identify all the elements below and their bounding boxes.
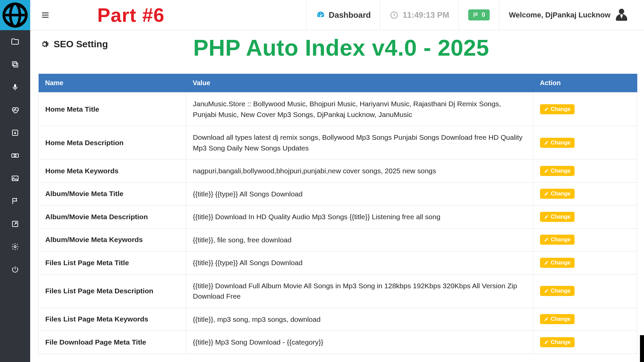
- page-title: SEO Setting: [54, 39, 108, 50]
- change-button[interactable]: Change: [540, 286, 575, 296]
- sidebar-item-money[interactable]: [0, 144, 30, 167]
- row-action: Change: [533, 160, 637, 183]
- seo-table: Name Value Action Home Meta TitleJanuMus…: [38, 74, 637, 354]
- overlay-title: PHP Auto Index v4.0 - 2025: [193, 35, 489, 61]
- gear-icon: [40, 40, 49, 49]
- sidebar: [0, 0, 30, 362]
- row-name: Files List Page Meta Title: [39, 251, 186, 275]
- pencil-icon: [544, 140, 549, 145]
- change-button[interactable]: Change: [540, 314, 575, 324]
- sidebar-logo[interactable]: [0, 0, 30, 30]
- svg-point-9: [14, 246, 16, 248]
- sidebar-item-mic[interactable]: [0, 76, 30, 99]
- time-section: 11:49:13 PM: [380, 0, 459, 30]
- row-action: Change: [533, 331, 637, 354]
- row-name: Album/Movie Meta Keywords: [39, 228, 186, 251]
- table-row: Files List Page Meta Description{{title}…: [39, 274, 637, 308]
- sidebar-item-image[interactable]: [0, 167, 30, 190]
- pencil-icon: [544, 215, 549, 219]
- row-name: Home Meta Keywords: [39, 160, 186, 183]
- table-row: Album/Movie Meta Description{{title}} Do…: [39, 205, 637, 229]
- pencil-icon: [544, 260, 549, 265]
- svg-rect-0: [14, 63, 18, 67]
- row-action: Change: [533, 308, 637, 331]
- row-name: Home Meta Title: [39, 93, 186, 126]
- topbar: Part #6 Dashboard 11:49:13 PM 0: [30, 0, 644, 30]
- row-value: {{title}} Download Full Album Movie All …: [186, 274, 533, 308]
- copy-icon: [11, 60, 19, 68]
- row-name: Files List Page Meta Description: [39, 274, 186, 308]
- row-value: {{title}}, file song, free download: [186, 228, 533, 251]
- row-action: Change: [533, 205, 637, 229]
- row-value: Download all types latest dj remix songs…: [186, 126, 533, 160]
- row-value: nagpuri,bangali,bollywood,bhojpuri,punja…: [186, 160, 533, 183]
- pencil-icon: [544, 289, 549, 293]
- change-button[interactable]: Change: [540, 337, 575, 347]
- row-action: Change: [533, 228, 637, 251]
- welcome-section: Welcome, DjPankaj Lucknow: [499, 0, 637, 30]
- sidebar-item-gear[interactable]: [0, 235, 30, 258]
- row-value: {{title}} {{type}} All Songs Download: [186, 251, 533, 275]
- sidebar-item-flag[interactable]: [0, 190, 30, 213]
- change-button[interactable]: Change: [540, 212, 575, 222]
- sidebar-item-external[interactable]: [0, 213, 30, 235]
- svg-point-5: [14, 155, 16, 157]
- clock-icon: [390, 11, 398, 19]
- content: SEO Setting PHP Auto Index v4.0 - 2025 N…: [30, 30, 644, 362]
- table-row: File Download Page Meta Title{{title}} M…: [39, 331, 637, 354]
- sidebar-item-heart[interactable]: [0, 99, 30, 121]
- flag-count: 0: [482, 11, 485, 18]
- table-row: Files List Page Meta Title{{title}} {{ty…: [39, 251, 637, 275]
- row-value: {{title}} {{type}} All Songs Download: [186, 182, 533, 205]
- sidebar-items: [0, 30, 30, 281]
- flag-badge-icon: [473, 12, 479, 18]
- dashboard-icon: [316, 10, 325, 20]
- gear-icon: [11, 243, 19, 251]
- flag-section: 0: [459, 0, 499, 30]
- change-button[interactable]: Change: [540, 235, 575, 245]
- sidebar-item-copy[interactable]: [0, 53, 30, 76]
- row-name: Home Meta Description: [39, 126, 186, 160]
- row-action: Change: [533, 274, 637, 308]
- table-row: Home Meta DescriptionDownload all types …: [39, 126, 637, 160]
- heart-icon: [11, 106, 19, 114]
- table-row: Home Meta TitleJanuMusic.Store :: Bollyw…: [39, 93, 637, 126]
- menu-toggle[interactable]: [37, 11, 54, 19]
- archive-icon: [11, 129, 19, 137]
- sidebar-item-archive[interactable]: [0, 121, 30, 144]
- change-button[interactable]: Change: [540, 258, 575, 268]
- pencil-icon: [544, 169, 549, 173]
- svg-rect-2: [14, 84, 16, 88]
- globe-icon: [0, 0, 30, 30]
- col-name: Name: [39, 74, 186, 93]
- seo-table-wrap: Name Value Action Home Meta TitleJanuMus…: [38, 74, 637, 354]
- table-row: Files List Page Meta Keywords{{title}}, …: [39, 308, 637, 331]
- pencil-icon: [544, 107, 549, 112]
- mic-icon: [11, 83, 19, 91]
- row-name: Files List Page Meta Keywords: [39, 308, 186, 331]
- bars-icon: [41, 11, 50, 19]
- svg-rect-1: [12, 62, 16, 66]
- folder-icon: [11, 38, 19, 46]
- money-icon: [11, 152, 19, 160]
- sidebar-item-power[interactable]: [0, 258, 30, 281]
- table-row: Home Meta Keywordsnagpuri,bangali,bollyw…: [39, 160, 637, 183]
- change-button[interactable]: Change: [540, 138, 575, 148]
- row-value: JanuMusic.Store :: Bollywood Music, Bhoj…: [186, 93, 533, 126]
- row-action: Change: [533, 251, 637, 275]
- dashboard-link[interactable]: Dashboard: [316, 10, 371, 20]
- change-button[interactable]: Change: [540, 189, 575, 199]
- row-name: File Download Page Meta Title: [39, 331, 186, 354]
- table-row: Album/Movie Meta Title{{title}} {{type}}…: [39, 182, 637, 205]
- time-display: 11:49:13 PM: [390, 10, 449, 20]
- welcome-text: Welcome, DjPankaj Lucknow: [509, 11, 610, 19]
- row-action: Change: [533, 93, 637, 126]
- sidebar-item-folder[interactable]: [0, 30, 30, 53]
- flag-badge[interactable]: 0: [468, 9, 490, 20]
- welcome[interactable]: Welcome, DjPankaj Lucknow: [509, 9, 628, 21]
- change-button[interactable]: Change: [540, 166, 575, 176]
- main: Part #6 Dashboard 11:49:13 PM 0: [30, 0, 644, 362]
- dashboard-section: Dashboard: [306, 0, 380, 30]
- time-value: 11:49:13 PM: [402, 10, 449, 20]
- change-button[interactable]: Change: [540, 104, 575, 114]
